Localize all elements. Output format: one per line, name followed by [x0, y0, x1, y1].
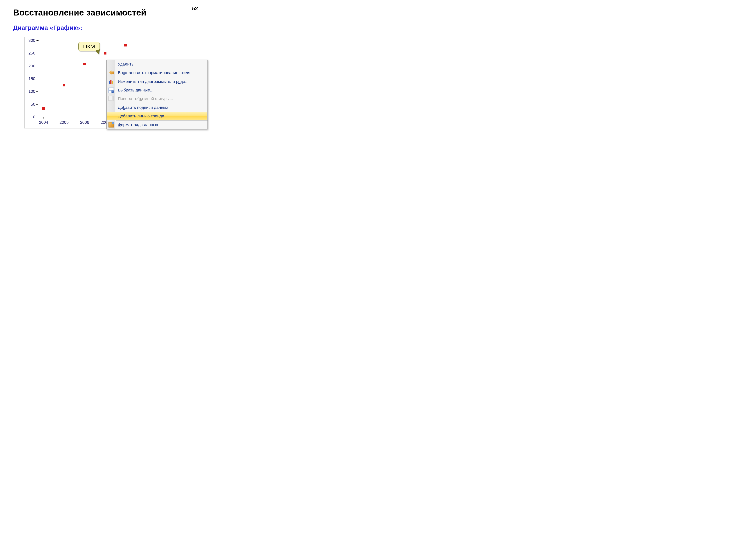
y-tick-label: 50 [31, 102, 35, 107]
data-point[interactable] [83, 63, 86, 65]
context-menu-item[interactable]: Изменить тип диаграммы для ряда... [107, 77, 207, 86]
y-tick-label: 150 [28, 76, 35, 81]
data-point[interactable] [63, 84, 66, 86]
x-tick [105, 117, 105, 118]
reset-icon [108, 70, 114, 75]
context-menu[interactable]: УдалитьВосстановить форматирование стиля… [106, 60, 208, 129]
callout: ПКМ [78, 42, 100, 51]
context-menu-item[interactable]: Добавить линию тренда... [107, 112, 207, 121]
callout-label: ПКМ [83, 43, 95, 50]
select-icon [108, 87, 114, 93]
title-underline [13, 19, 226, 19]
page-number: 52 [192, 6, 198, 11]
context-menu-item-label: Удалить [118, 62, 133, 66]
charttype-icon [108, 79, 114, 84]
x-tick-label: 2004 [39, 120, 48, 125]
context-menu-item-label: Формат ряда данных... [118, 123, 161, 127]
context-menu-item[interactable]: Восстановить форматирование стиля [107, 69, 207, 77]
y-axis [38, 41, 38, 117]
context-menu-item[interactable]: Формат ряда данных... [107, 121, 207, 129]
slide-subtitle: Диаграмма «График»: [13, 24, 226, 31]
context-menu-item: Поворот объемной фигуры... [107, 95, 207, 103]
y-tick [36, 91, 38, 92]
y-tick-label: 0 [33, 115, 35, 119]
data-point[interactable] [124, 44, 127, 47]
y-tick [36, 41, 38, 41]
x-tick-label: 2005 [59, 120, 69, 125]
format-icon [108, 122, 114, 128]
y-tick-label: 300 [28, 38, 35, 43]
context-menu-item[interactable]: Добавить подписи данных [107, 103, 207, 112]
context-menu-item-label: Изменить тип диаграммы для ряда... [118, 79, 189, 84]
slide: 52 Восстановление зависимостей Диаграмма… [0, 0, 239, 179]
data-point[interactable] [42, 107, 45, 110]
context-menu-item-label: Поворот объемной фигуры... [118, 96, 173, 101]
x-tick-label: 2006 [80, 120, 89, 125]
y-tick [36, 104, 38, 105]
context-menu-item-label: Добавить подписи данных [118, 105, 168, 110]
y-tick-label: 250 [28, 51, 35, 56]
y-tick-label: 100 [28, 89, 35, 94]
3d-icon [108, 96, 114, 101]
context-menu-item[interactable]: Выбрать данные... [107, 86, 207, 95]
y-tick-label: 200 [28, 64, 35, 69]
context-menu-item-label: Выбрать данные... [118, 88, 154, 92]
context-menu-item-label: Восстановить форматирование стиля [118, 70, 190, 75]
context-menu-item[interactable]: Удалить [107, 60, 207, 69]
context-menu-item-label: Добавить линию тренда... [118, 114, 168, 118]
y-tick [36, 79, 38, 79]
data-point[interactable] [104, 52, 106, 54]
callout-box: ПКМ [78, 42, 100, 51]
